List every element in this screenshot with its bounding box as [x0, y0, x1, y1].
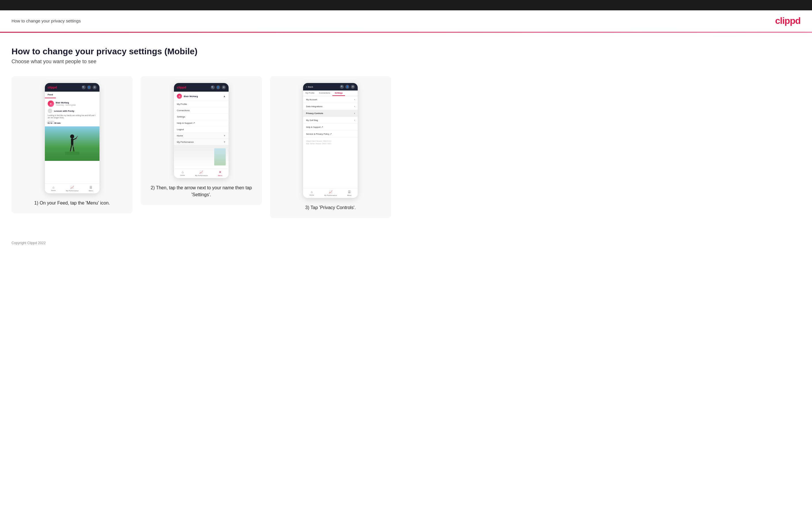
nav-performance-2: 📈 My Performance [195, 170, 208, 176]
nav-home-label: Home [51, 189, 55, 191]
nav-menu-label: Menu [89, 190, 93, 191]
menu-settings-label: Settings [177, 115, 185, 118]
nav-home-label-3: Home [309, 194, 314, 196]
menu-item-profile: My Profile [174, 101, 229, 107]
menu-user-row: B Blair McHarg ▲ [174, 92, 229, 101]
nav-close: ✕ Menu [218, 170, 222, 176]
privacy-label: Privacy Controls [306, 112, 323, 115]
phone-3-topbar: < Back 🔍 👤 ⚙ [303, 83, 358, 91]
version-line-1: Clippd Client Version: 2022.8.3-3 [306, 140, 355, 143]
svg-point-1 [70, 134, 74, 138]
account-label: My Account [306, 98, 317, 101]
menu-item-help: Help & Support ↗ [174, 120, 229, 126]
post-text: Looking to feel like my hands are exitin… [48, 114, 97, 119]
nav-menu-label-2: Menu [218, 175, 222, 176]
post-date: Yesterday · Sunningdale [56, 104, 76, 106]
phone-1-bottomnav: ⌂ Home 📈 My Performance ☰ Menu [45, 183, 100, 193]
settings-tabs: My Profile Connections Settings [303, 91, 358, 96]
step-1-phone: clippd 🔍 👤 ⚙ Feed B Blair McHarg [45, 83, 100, 193]
nav-home-2: ⌂ Home [180, 170, 185, 176]
nav-performance-label-3: My Performance [324, 194, 337, 196]
main-content: How to change your privacy settings (Mob… [0, 33, 403, 235]
phone-1-content: Feed B Blair McHarg Yesterday · Sunningd… [45, 92, 100, 183]
menu-help-label: Help & Support ↗ [177, 122, 195, 124]
step-3-description: 3) Tap 'Privacy Controls'. [305, 204, 356, 211]
settings-item-data: Data Integrations › [303, 103, 358, 110]
bg-image-peek [214, 148, 226, 165]
duration-value: 01 hr : 30 min [48, 122, 97, 124]
menu-performance-label: My Performance [177, 141, 194, 143]
home-icon-2: ⌂ [182, 170, 184, 174]
performance-icon-2: 📈 [199, 170, 203, 174]
tab-connections[interactable]: Connections [316, 91, 333, 96]
settings-item-golf-bag: My Golf Bag › [303, 117, 358, 124]
service-label: Service & Privacy Policy ↗ [306, 133, 332, 135]
nav-performance-3: 📈 My Performance [324, 190, 337, 196]
nav-performance: 📈 My Performance [66, 185, 79, 191]
search-icon-3: 🔍 [340, 85, 344, 89]
nav-menu: ☰ Menu [89, 185, 93, 191]
help-label: Help & Support ↗ [306, 126, 323, 128]
user-avatar: B [48, 101, 54, 107]
feed-tab: Feed [45, 92, 56, 98]
menu-item-settings: Settings [174, 114, 229, 120]
header: How to change your privacy settings clip… [0, 10, 812, 32]
chevron-up-icon: ▲ [223, 95, 226, 98]
performance-icon: 📈 [70, 185, 74, 189]
nav-home: ⌂ Home [51, 185, 55, 191]
page-title: How to change your privacy settings (Mob… [11, 47, 391, 56]
svg-rect-0 [65, 152, 80, 155]
phone-1-topbar: clippd 🔍 👤 ⚙ [45, 83, 100, 92]
close-icon: ✕ [219, 170, 221, 174]
privacy-arrow: › [354, 112, 355, 115]
phone-3-content: My Account › Data Integrations › Privacy… [303, 96, 358, 188]
menu-profile-label: My Profile [177, 103, 187, 105]
menu-icon: ☰ [90, 185, 92, 189]
version-line-2: SQL Server Version: 2022.7.30-1 [306, 143, 355, 145]
settings-icon-3: ⚙ [351, 85, 355, 89]
post-user-info: Blair McHarg Yesterday · Sunningdale [56, 101, 76, 106]
user-icon: 👤 [87, 85, 91, 89]
user-icon-2: 👤 [216, 85, 220, 89]
performance-icon-3: 📈 [328, 190, 333, 194]
post-title-row: Lesson with Fordy [48, 109, 97, 113]
menu-connections-label: Connections [177, 109, 190, 112]
menu-icon-3: ☰ [348, 190, 351, 194]
nav-home-label-2: Home [180, 174, 185, 176]
home-icon-3: ⌂ [311, 190, 313, 193]
tab-settings[interactable]: Settings [333, 91, 345, 96]
clippd-logo: clippd [775, 15, 801, 26]
phone-3-icons: 🔍 👤 ⚙ [340, 85, 355, 89]
step-1-description: 1) On your Feed, tap the 'Menu' icon. [34, 200, 110, 207]
step-1-card: clippd 🔍 👤 ⚙ Feed B Blair McHarg [11, 76, 133, 213]
golfer-svg [65, 132, 80, 155]
settings-item-account: My Account › [303, 96, 358, 103]
copyright-text: Copyright Clippd 2022 [11, 241, 46, 245]
step-3-card: < Back 🔍 👤 ⚙ My Profile Connections Sett… [270, 76, 391, 218]
chevron-down-icon-2: ▼ [223, 141, 226, 143]
menu-item-logout: Logout [174, 126, 229, 133]
tab-my-profile[interactable]: My Profile [303, 91, 316, 96]
account-arrow: › [354, 98, 355, 101]
phone-2-logo: clippd [177, 86, 186, 89]
step-3-phone: < Back 🔍 👤 ⚙ My Profile Connections Sett… [303, 83, 358, 198]
menu-user-avatar: B [177, 94, 182, 99]
version-text: Clippd Client Version: 2022.8.3-3 SQL Se… [303, 137, 358, 147]
nav-menu-3: ☰ Menu [347, 190, 351, 196]
menu-item-connections: Connections [174, 107, 229, 114]
menu-section-performance: My Performance ▼ [174, 139, 229, 145]
post-card: B Blair McHarg Yesterday · Sunningdale L… [45, 98, 100, 126]
menu-logout-label: Logout [177, 128, 184, 131]
nav-home-3: ⌂ Home [309, 190, 314, 196]
user-icon-3: 👤 [345, 85, 349, 89]
search-icon: 🔍 [82, 85, 86, 89]
top-bar [0, 0, 812, 10]
menu-home-label: Home [177, 134, 183, 137]
menu-user-name: Blair McHarg [184, 95, 198, 98]
page-subtitle: Choose what you want people to see [11, 59, 391, 65]
menu-panel: B Blair McHarg ▲ My Profile Connections … [174, 92, 229, 168]
phone-1-icons: 🔍 👤 ⚙ [82, 85, 97, 89]
post-user-name: Blair McHarg [56, 101, 76, 104]
settings-item-service: Service & Privacy Policy ↗ [303, 131, 358, 137]
phone-2-topbar: clippd 🔍 👤 ⚙ [174, 83, 229, 92]
